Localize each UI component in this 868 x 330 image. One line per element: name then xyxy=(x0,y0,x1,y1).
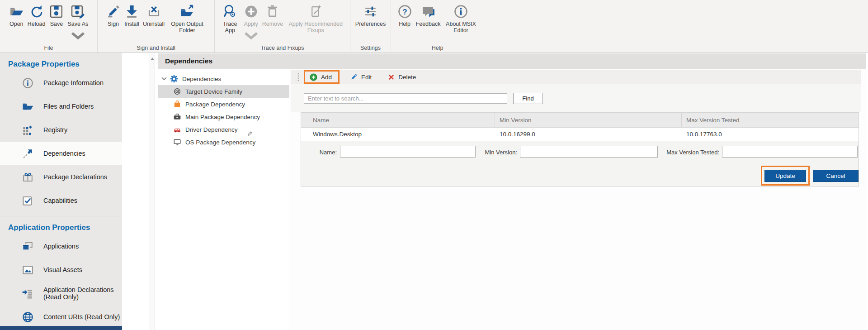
column-header-name[interactable]: Name xyxy=(301,113,495,127)
fixups-document-icon xyxy=(308,4,323,21)
install-label: Install xyxy=(124,21,139,27)
gear-icon xyxy=(170,75,178,83)
trace-app-icon xyxy=(222,4,237,21)
sidebar-item-label: Capabilities xyxy=(43,197,77,204)
tree-node-label: Driver Dependency xyxy=(185,126,238,133)
ribbon-spacer xyxy=(484,0,868,53)
row-edit-pencil-icon xyxy=(247,130,253,137)
preferences-button[interactable]: Preferences xyxy=(354,3,387,28)
apply-button[interactable]: Apply xyxy=(242,3,260,46)
ribbon: Open Reload Save Save As File Sign Insta… xyxy=(0,0,868,53)
trace-app-button[interactable]: Trace App xyxy=(218,3,242,34)
save-as-icon xyxy=(71,4,85,21)
save-as-label: Save As xyxy=(67,21,88,27)
open-button[interactable]: Open xyxy=(7,3,26,28)
sidebar-item-capabilities[interactable]: Capabilities xyxy=(0,189,122,212)
edit-pencil-icon xyxy=(350,73,358,81)
tree-node-package-dependency[interactable]: Package Dependency xyxy=(158,98,289,110)
sidebar-heading-application-properties: Application Properties xyxy=(8,223,122,232)
column-header-min-version[interactable]: Min Version xyxy=(495,113,682,127)
tree-node-label: Package Dependency xyxy=(185,101,245,108)
cancel-button[interactable]: Cancel xyxy=(813,170,859,182)
dependencies-table: Name Min Version Max Version Tested Wind… xyxy=(301,112,859,187)
sign-label: Sign xyxy=(108,21,119,27)
install-arrow-icon xyxy=(124,4,139,21)
sidebar-item-application-declarations[interactable]: Application Declarations (Read Only) xyxy=(0,282,122,305)
sidebar-item-content-uris[interactable]: Content URIs (Read Only) xyxy=(0,305,122,329)
save-as-button[interactable]: Save As xyxy=(66,3,90,46)
search-input[interactable] xyxy=(304,93,507,104)
table-row[interactable]: Windows.Desktop 10.0.16299.0 10.0.17763.… xyxy=(301,128,859,141)
sidebar-item-label: Content URIs (Read Only) xyxy=(43,313,120,320)
car-icon xyxy=(173,125,181,134)
uninstall-button[interactable]: Uninstall xyxy=(141,3,166,28)
info-circle-icon xyxy=(22,77,43,89)
update-button[interactable]: Update xyxy=(764,170,806,182)
reload-button[interactable]: Reload xyxy=(26,3,47,28)
trace-app-label: Trace App xyxy=(220,21,240,33)
open-label: Open xyxy=(9,21,24,27)
sidebar-item-registry[interactable]: Registry xyxy=(0,118,122,142)
chevron-down-icon xyxy=(244,28,259,45)
apply-plus-icon xyxy=(244,4,259,21)
tree-node-os-package-dependency[interactable]: OS Package Dependency xyxy=(158,136,289,148)
sign-button[interactable]: Sign xyxy=(104,3,123,28)
globe-icon xyxy=(22,311,43,323)
tree-node-target-device-family[interactable]: Target Device Family xyxy=(158,85,289,98)
open-output-folder-button[interactable]: Open Output Folder xyxy=(166,3,208,34)
open-output-folder-icon xyxy=(179,4,194,21)
apply-recommended-fixups-button[interactable]: Apply Recommended Fixups xyxy=(285,3,346,34)
tree-node-label: OS Package Dependency xyxy=(185,139,255,146)
sidebar-item-package-declarations[interactable]: Package Declarations xyxy=(0,165,122,189)
chevron-down-icon[interactable] xyxy=(71,28,85,45)
folder-icon xyxy=(22,100,43,113)
sidebar-item-label: Registry xyxy=(43,126,67,134)
toolbar-grip-icon[interactable] xyxy=(297,73,299,81)
sidebar-item-label: Package Declarations xyxy=(43,173,107,181)
cell-min-version: 10.0.16299.0 xyxy=(495,131,682,138)
sidebar: Package Properties Package Information F… xyxy=(0,53,122,330)
sidebar-item-dependencies[interactable]: Dependencies xyxy=(0,142,122,165)
apply-recommended-fixups-label: Apply Recommended Fixups xyxy=(287,21,344,33)
reload-icon xyxy=(29,4,44,21)
add-label: Add xyxy=(321,74,332,81)
add-button[interactable]: Add xyxy=(306,72,335,82)
tree-node-main-package-dependency[interactable]: Main Package Dependency xyxy=(158,110,289,123)
toolbox-icon xyxy=(173,113,181,121)
max-version-tested-field[interactable] xyxy=(722,146,858,158)
column-header-max-version-tested[interactable]: Max Version Tested xyxy=(682,113,859,127)
find-button[interactable]: Find xyxy=(513,93,543,104)
sidebar-bottom-strip xyxy=(0,326,122,330)
sidebar-item-visual-assets[interactable]: Visual Assets xyxy=(0,258,122,282)
tree-collapse-chevron-icon[interactable] xyxy=(161,77,167,81)
dependencies-detail-panel: Add Edit Delete Find Name Min Version Ma… xyxy=(289,69,866,330)
open-output-folder-label: Open Output Folder xyxy=(168,21,206,33)
table-header-row: Name Min Version Max Version Tested xyxy=(301,112,859,128)
sidebar-item-files-and-folders[interactable]: Files and Folders xyxy=(0,95,122,118)
feedback-button[interactable]: Feedback xyxy=(414,3,443,28)
help-label: Help xyxy=(399,21,410,27)
edit-button[interactable]: Edit xyxy=(347,72,375,82)
sidebar-item-package-information[interactable]: Package Information xyxy=(0,71,122,95)
save-button[interactable]: Save xyxy=(47,3,66,28)
ribbon-group-label-file: File xyxy=(0,45,97,51)
sidebar-item-label: Dependencies xyxy=(43,150,85,157)
ribbon-group-label-settings: Settings xyxy=(350,45,391,51)
help-button[interactable]: ? Help xyxy=(396,3,414,28)
scrollbar-up-arrow-icon[interactable] xyxy=(151,57,154,60)
add-button-highlight: Add xyxy=(304,70,340,84)
sidebar-item-label: Application Declarations (Read Only) xyxy=(43,286,122,301)
about-msix-editor-button[interactable]: About MSIX Editor xyxy=(442,3,479,34)
remove-button[interactable]: Remove xyxy=(260,3,285,28)
tree-node-driver-dependency[interactable]: Driver Dependency xyxy=(158,123,289,136)
applications-windows-icon xyxy=(22,240,43,253)
vertical-scrollbar[interactable] xyxy=(149,53,155,330)
sidebar-item-applications[interactable]: Applications xyxy=(0,234,122,258)
tree-node-dependencies[interactable]: Dependencies xyxy=(158,72,289,85)
add-plus-icon xyxy=(310,73,317,81)
sign-pen-icon xyxy=(106,4,121,21)
ribbon-group-file: Open Reload Save Save As File xyxy=(0,0,98,53)
install-button[interactable]: Install xyxy=(123,3,141,28)
remove-label: Remove xyxy=(262,21,283,27)
delete-button[interactable]: Delete xyxy=(384,72,420,82)
